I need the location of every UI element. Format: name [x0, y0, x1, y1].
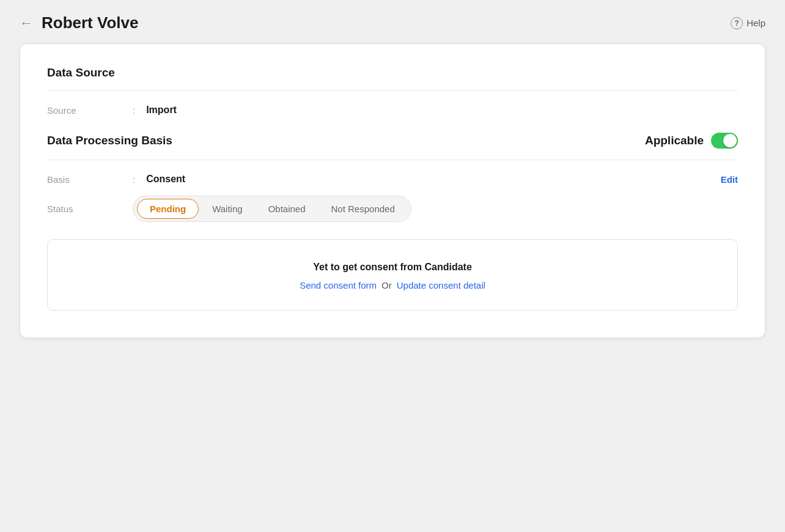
- divider-2: [47, 160, 738, 160]
- applicable-label: Applicable: [645, 134, 704, 147]
- applicable-row: Applicable: [645, 133, 738, 149]
- status-pending[interactable]: Pending: [137, 199, 199, 219]
- data-processing-title: Data Processing Basis: [47, 134, 172, 147]
- page-title: Robert Volve: [42, 13, 138, 32]
- status-label: Status: [47, 204, 133, 214]
- toggle-thumb: [723, 134, 737, 147]
- edit-button[interactable]: Edit: [721, 174, 738, 185]
- status-obtained[interactable]: Obtained: [256, 199, 318, 218]
- basis-value: Consent: [146, 174, 185, 185]
- source-field-row: Source : Import: [47, 105, 738, 116]
- consent-box: Yet to get consent from Candidate Send c…: [47, 239, 738, 311]
- send-consent-form-link[interactable]: Send consent form: [300, 280, 377, 290]
- top-bar: ← Robert Volve ? Help: [0, 0, 785, 43]
- help-label: Help: [746, 18, 765, 28]
- source-value: Import: [146, 105, 177, 116]
- status-waiting[interactable]: Waiting: [200, 199, 254, 218]
- status-not-responded[interactable]: Not Responded: [319, 199, 407, 218]
- consent-actions: Send consent form Or Update consent deta…: [62, 280, 723, 290]
- source-colon: :: [133, 105, 135, 116]
- basis-field-row: Basis : Consent Edit: [47, 174, 738, 185]
- divider-1: [47, 91, 738, 91]
- main-card: Data Source Source : Import Data Process…: [20, 43, 765, 338]
- basis-colon: :: [133, 174, 135, 185]
- status-track: Pending Waiting Obtained Not Responded: [133, 196, 411, 222]
- applicable-toggle[interactable]: [711, 133, 738, 149]
- basis-label: Basis: [47, 174, 133, 185]
- data-processing-header: Data Processing Basis Applicable: [47, 133, 738, 149]
- help-icon: ?: [731, 17, 743, 29]
- top-bar-left: ← Robert Volve: [20, 13, 138, 32]
- consent-or-label: Or: [381, 280, 392, 290]
- status-row: Status Pending Waiting Obtained Not Resp…: [47, 196, 738, 222]
- help-button[interactable]: ? Help: [731, 17, 765, 29]
- back-button[interactable]: ←: [20, 17, 33, 30]
- consent-main-text: Yet to get consent from Candidate: [62, 262, 723, 273]
- data-source-title: Data Source: [47, 66, 738, 79]
- source-label: Source: [47, 105, 133, 116]
- update-consent-detail-link[interactable]: Update consent detail: [397, 280, 485, 290]
